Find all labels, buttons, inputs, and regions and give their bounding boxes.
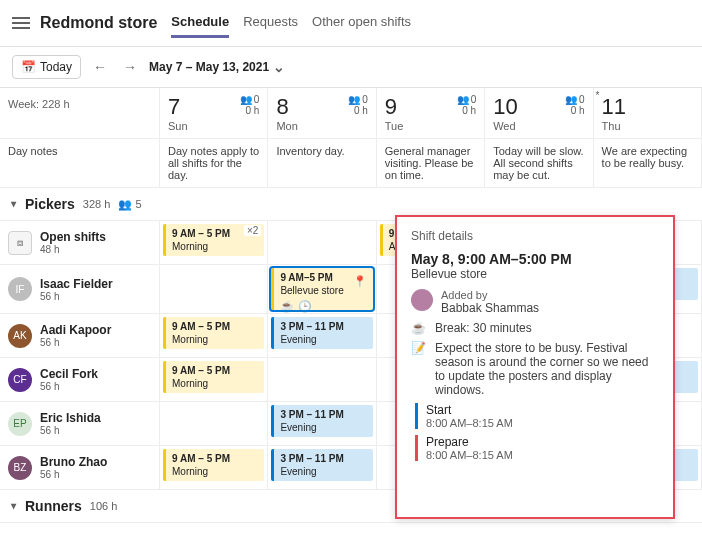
shift-time: 3 PM – 11 PM — [280, 452, 366, 465]
group-name: Runners — [25, 498, 82, 514]
shift-card[interactable]: 9 AM – 5 PMMorning — [163, 449, 264, 481]
avatar: IF — [8, 277, 32, 301]
date-range-picker[interactable]: May 7 – May 13, 2021 — [149, 59, 285, 75]
day-notes-label: Day notes — [0, 139, 160, 188]
person-name: Cecil Fork — [40, 367, 98, 381]
people-icon: 👥 0 — [348, 94, 368, 105]
cell[interactable]: 📍 9 AM–5 PM Bellevue store ☕🕒 — [268, 265, 376, 313]
calendar-header: Week: 228 h 7 👥 00 h Sun 8 👥 00 h Mon 9 … — [0, 88, 702, 139]
people-icon: 👥 0 — [565, 94, 585, 105]
cell[interactable]: 3 PM – 11 PMEvening — [268, 446, 376, 489]
group-name: Pickers — [25, 196, 75, 212]
person-cell[interactable]: AK Aadi Kapoor56 h — [0, 314, 160, 357]
today-label: Today — [40, 60, 72, 74]
day-note[interactable]: General manager visiting. Please be on t… — [377, 139, 485, 188]
cell[interactable]: 3 PM – 11 PMEvening — [268, 402, 376, 445]
store-title: Redmond store — [40, 14, 157, 32]
day-note[interactable]: We are expecting to be really busy. — [594, 139, 702, 188]
day-note[interactable]: Day notes apply to all shifts for the da… — [160, 139, 268, 188]
avatar — [411, 289, 433, 311]
header-tabs: Schedule Requests Other open shifts — [171, 8, 411, 38]
popup-title: Shift details — [411, 229, 659, 243]
note-text: Expect the store to be busy. Festival se… — [435, 341, 659, 397]
note-icon: 📝 — [411, 341, 427, 397]
shift-card[interactable]: 3 PM – 11 PMEvening — [271, 405, 372, 437]
shift-label: Evening — [280, 421, 366, 434]
cell[interactable] — [160, 402, 268, 445]
day-header-tue[interactable]: 9 👥 00 h Tue — [377, 88, 485, 139]
tab-schedule[interactable]: Schedule — [171, 8, 229, 38]
shift-card[interactable]: 9 AM – 5 PMMorning — [163, 361, 264, 393]
day-notes-row: Day notes Day notes apply to all shifts … — [0, 139, 702, 188]
person-cell[interactable]: BZ Bruno Zhao56 h — [0, 446, 160, 489]
today-button[interactable]: 📅 Today — [12, 55, 81, 79]
people-icon: 👥 0 — [457, 94, 477, 105]
shift-label: Morning — [172, 333, 258, 346]
day-note[interactable]: Today will be slow. All second shifts ma… — [485, 139, 593, 188]
tab-requests[interactable]: Requests — [243, 8, 298, 38]
open-shifts-label-cell[interactable]: ⧈ Open shifts 48 h — [0, 221, 160, 264]
cell[interactable]: 9 AM – 5 PMMorning — [160, 314, 268, 357]
avatar: AK — [8, 324, 32, 348]
added-by-label: Added by — [441, 289, 539, 301]
activity-time: 8:00 AM–8:15 AM — [426, 449, 659, 461]
avatar: CF — [8, 368, 32, 392]
people-icon: 👥 0 — [240, 94, 260, 105]
cell[interactable]: 9 AM – 5 PMMorning — [160, 446, 268, 489]
day-number: 11 — [602, 94, 626, 120]
avatar: EP — [8, 412, 32, 436]
day-note[interactable]: Inventory day. — [268, 139, 376, 188]
prev-week-icon[interactable]: ← — [89, 55, 111, 79]
day-number: 8 — [276, 94, 288, 120]
cell[interactable]: 9 AM – 5 PMMorning — [160, 358, 268, 401]
avatar: BZ — [8, 456, 32, 480]
day-header-thu[interactable]: * 11 Thu — [594, 88, 702, 139]
day-number: 7 — [168, 94, 180, 120]
activity-time: 8:00 AM–8:15 AM — [426, 417, 659, 429]
shift-details-popup: Shift details May 8, 9:00 AM–5:00 PM Bel… — [395, 215, 675, 519]
cell[interactable]: 3 PM – 11 PMEvening — [268, 314, 376, 357]
day-name: Wed — [493, 120, 584, 132]
shift-card[interactable]: 3 PM – 11 PMEvening — [271, 449, 372, 481]
shift-card[interactable]: 9 AM – 5 PMMorning — [163, 317, 264, 349]
shift-label: Morning — [172, 377, 258, 390]
date-range-label: May 7 – May 13, 2021 — [149, 60, 269, 74]
break-icon: ☕ — [280, 299, 294, 313]
cell[interactable] — [160, 265, 268, 313]
open-shifts-label: Open shifts — [40, 230, 106, 244]
cell[interactable] — [268, 358, 376, 401]
location-pin-icon: 📍 — [353, 274, 367, 288]
hamburger-icon[interactable] — [12, 14, 30, 32]
cell[interactable]: ×2 9 AM – 5 PM Morning — [160, 221, 268, 264]
day-header-mon[interactable]: 8 👥 00 h Mon — [268, 88, 376, 139]
person-cell[interactable]: IF Isaac Fielder56 h — [0, 265, 160, 313]
open-shifts-hours: 48 h — [40, 244, 106, 255]
next-week-icon[interactable]: → — [119, 55, 141, 79]
toolbar: 📅 Today ← → May 7 – May 13, 2021 — [0, 47, 702, 88]
shift-card-selected[interactable]: 📍 9 AM–5 PM Bellevue store ☕🕒 — [271, 268, 372, 310]
cell[interactable] — [268, 221, 376, 264]
day-header-sun[interactable]: 7 👥 00 h Sun — [160, 88, 268, 139]
person-hours: 56 h — [40, 291, 113, 302]
day-name: Mon — [276, 120, 367, 132]
activity-name: Start — [426, 403, 659, 417]
popup-location: Bellevue store — [411, 267, 659, 281]
shift-time: 9 AM – 5 PM — [172, 364, 258, 377]
person-cell[interactable]: EP Eric Ishida56 h — [0, 402, 160, 445]
shift-time: 9 AM – 5 PM — [172, 320, 258, 333]
shift-label: Morning — [172, 465, 258, 478]
person-cell[interactable]: CF Cecil Fork56 h — [0, 358, 160, 401]
person-name: Bruno Zhao — [40, 455, 107, 469]
tab-other-open-shifts[interactable]: Other open shifts — [312, 8, 411, 38]
day-header-wed[interactable]: 10 👥 00 h Wed — [485, 88, 593, 139]
shift-label: Evening — [280, 333, 366, 346]
shift-label: Evening — [280, 465, 366, 478]
day-name: Thu — [602, 120, 693, 132]
clock-icon: 🕒 — [298, 299, 312, 313]
shift-time: 9 AM – 5 PM — [172, 452, 258, 465]
shift-card[interactable]: 3 PM – 11 PMEvening — [271, 317, 372, 349]
added-by-name: Babbak Shammas — [441, 301, 539, 315]
shift-label: Morning — [172, 240, 258, 253]
break-text: Break: 30 minutes — [435, 321, 532, 335]
shift-time: 3 PM – 11 PM — [280, 320, 366, 333]
